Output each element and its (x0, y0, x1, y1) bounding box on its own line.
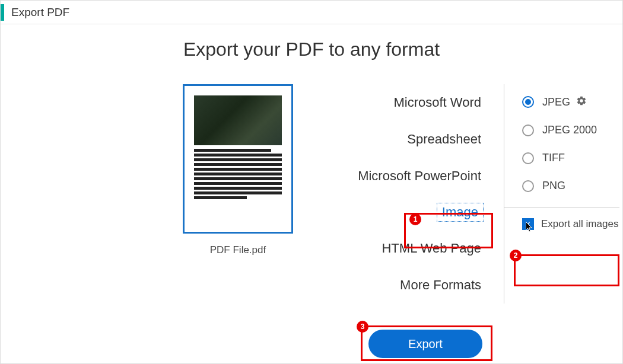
annotation-badge-1: 1 (409, 213, 421, 225)
annotation-box-3 (361, 325, 492, 361)
thumb-textline (194, 196, 247, 199)
thumb-textline (194, 149, 271, 152)
checkbox-label: Export all images (541, 218, 618, 230)
divider (504, 207, 619, 207)
format-list: Microsoft Word Spreadsheet Microsoft Pow… (321, 84, 499, 304)
radio-label: JPEG (542, 96, 570, 108)
thumb-textline (194, 163, 282, 166)
cursor-icon (526, 222, 534, 235)
radio-tiff[interactable]: TIFF (522, 144, 619, 172)
thumb-textline (194, 187, 282, 190)
thumb-textline (194, 191, 282, 194)
thumb-textline (194, 177, 282, 180)
format-option-word[interactable]: Microsoft Word (321, 84, 499, 121)
panel-title: Export PDF (11, 6, 69, 19)
thumbnail-image (194, 95, 282, 145)
radio-jpeg2000[interactable]: JPEG 2000 (522, 116, 619, 144)
thumb-textline (194, 168, 282, 171)
annotation-box-2 (514, 254, 619, 286)
panel-header: Export PDF (1, 1, 622, 24)
radio-label: TIFF (542, 152, 565, 164)
file-name: PDF File.pdf (179, 244, 297, 256)
format-option-spreadsheet[interactable]: Spreadsheet (321, 121, 499, 158)
pdf-thumbnail[interactable] (183, 84, 293, 234)
accent-bar (1, 4, 4, 21)
thumb-textline (194, 158, 282, 161)
radio-icon (522, 96, 534, 108)
radio-icon (522, 124, 534, 136)
thumb-textline (194, 173, 282, 175)
format-option-powerpoint[interactable]: Microsoft PowerPoint (321, 158, 499, 194)
format-option-more[interactable]: More Formats (321, 267, 499, 304)
gear-icon[interactable] (576, 95, 587, 108)
radio-label: PNG (542, 180, 565, 192)
annotation-badge-2: 2 (510, 250, 522, 261)
radio-label: JPEG 2000 (542, 124, 597, 136)
radio-icon (522, 152, 534, 164)
file-preview: PDF File.pdf (179, 84, 297, 256)
radio-icon (522, 180, 534, 192)
thumb-textline (194, 154, 282, 157)
checkbox-icon: ✓ (522, 218, 534, 230)
annotation-badge-3: 3 (357, 321, 368, 333)
main-heading: Export your PDF to any format (1, 39, 622, 60)
thumb-textline (194, 182, 282, 185)
radio-jpeg[interactable]: JPEG (522, 88, 619, 116)
export-all-images-checkbox[interactable]: ✓ Export all images (522, 218, 619, 230)
radio-png[interactable]: PNG (522, 172, 619, 200)
